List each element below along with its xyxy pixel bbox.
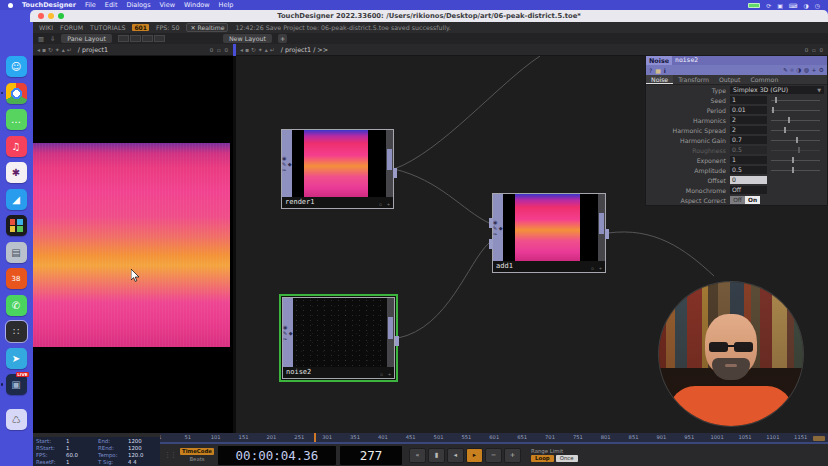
add1-input2-connector[interactable]: [489, 239, 493, 249]
gear-icon[interactable]: ⚙: [819, 67, 824, 74]
dots-icon[interactable]: ◍: [804, 67, 809, 74]
param-slider[interactable]: [771, 96, 820, 104]
color-grid-app-icon[interactable]: [6, 215, 27, 236]
window-app-icon[interactable]: ▤: [6, 242, 27, 263]
node-add1[interactable]: ◉ ✎ ◆ ✑ add1 ▫ +: [492, 193, 606, 273]
beats-mode-label[interactable]: Beats: [180, 456, 214, 462]
loop-option[interactable]: Loop: [531, 455, 554, 462]
transport-grip-icon[interactable]: ⋮⋮: [164, 451, 176, 459]
folder-icon[interactable]: ▦: [655, 67, 661, 74]
play-forward-button[interactable]: ▸: [466, 448, 483, 463]
music-icon[interactable]: ♫: [6, 136, 27, 157]
node-scroll-strip[interactable]: [386, 130, 393, 197]
clock-icon[interactable]: ◷: [815, 2, 820, 9]
timeline-ruler[interactable]: 1511011512012513013514014515015516016517…: [160, 433, 828, 444]
viewer-pane-mini-buttons[interactable]: 0 ▫ 0: [210, 47, 229, 53]
menu-item-view[interactable]: View: [160, 0, 175, 10]
param-value-field[interactable]: 0: [730, 176, 767, 184]
node-corner-flags[interactable]: ▫ +: [591, 263, 603, 274]
param-slider[interactable]: [771, 166, 820, 174]
param-slider[interactable]: [771, 116, 820, 124]
node-scroll-strip[interactable]: [598, 194, 605, 261]
touchdesigner-icon[interactable]: ∷: [6, 321, 27, 342]
pause-button[interactable]: ▮: [428, 448, 445, 463]
param-value-field[interactable]: 0.7: [730, 136, 767, 144]
param-value-field[interactable]: 1: [730, 96, 767, 104]
timeline-field-value[interactable]: 1: [66, 445, 98, 451]
pane-layout-button[interactable]: Pane Layout: [61, 34, 112, 43]
top-viewer-pane[interactable]: [33, 56, 233, 433]
plus-icon[interactable]: +: [811, 67, 816, 74]
performance-badge[interactable]: 601: [132, 24, 149, 31]
noise2-output-connector[interactable]: [395, 336, 399, 346]
display-icon[interactable]: ▣: [777, 2, 783, 9]
finder-icon[interactable]: ☺: [6, 56, 27, 77]
menu-item-dialogs[interactable]: Dialogs: [126, 0, 150, 10]
param-value-field[interactable]: 2: [730, 126, 767, 134]
node-flag-strip[interactable]: ◉ ✎ ◆ ✑: [493, 194, 503, 261]
pencil-icon[interactable]: ✎: [783, 67, 788, 74]
keyboard-icon[interactable]: ⌨: [789, 2, 798, 9]
timeline-field-value[interactable]: 120.0: [128, 452, 161, 458]
link-wiki[interactable]: WIKI: [39, 24, 53, 31]
timeline-field-value[interactable]: 1: [66, 459, 98, 465]
timeline-field-value[interactable]: 1200: [128, 438, 161, 444]
apple-menu-icon[interactable]: [8, 3, 13, 8]
rotate-icon[interactable]: ⟳: [766, 2, 771, 9]
step-forward-button[interactable]: +: [504, 448, 521, 463]
timeline-field-value[interactable]: 1: [66, 438, 98, 444]
node-corner-flags[interactable]: ▫ +: [380, 369, 392, 380]
add-layout-button[interactable]: +: [278, 34, 287, 43]
jump-start-button[interactable]: «: [409, 448, 426, 463]
param-tab-noise[interactable]: Noise: [646, 75, 673, 84]
half-circle-icon[interactable]: ◑: [796, 67, 801, 74]
network-pane-path[interactable]: / project1 / >>: [281, 46, 328, 54]
param-value-field[interactable]: 0.5: [730, 166, 767, 174]
node-noise2[interactable]: ◉ ✎ ◆ ✑ noise2 ▫ +: [282, 297, 395, 379]
chrome-icon[interactable]: [6, 83, 27, 104]
op-name-field[interactable]: noise2: [672, 56, 827, 65]
add1-input1-connector[interactable]: [489, 218, 493, 228]
param-value-field[interactable]: 0.5: [730, 146, 767, 154]
param-value-field[interactable]: 1: [730, 156, 767, 164]
render1-output-connector[interactable]: [393, 168, 397, 178]
timeline-field-value[interactable]: 1200: [128, 445, 161, 451]
orange-38-app-icon[interactable]: 38: [6, 268, 27, 289]
viewer-pane-tools[interactable]: ◂ ▪ ↻ ✦ ▴ ↵: [37, 46, 72, 53]
network-pane-mini-buttons[interactable]: 0 ▫ 0: [805, 47, 824, 53]
param-slider[interactable]: [771, 146, 820, 154]
param-value-field[interactable]: Off: [730, 186, 767, 194]
whatsapp-icon[interactable]: ✆: [6, 295, 27, 316]
network-pane-tools[interactable]: ◂ ▪ ↻ ✦ ▴ ↵: [240, 46, 275, 53]
ruler-end-handle[interactable]: [813, 436, 825, 441]
realtime-toggle[interactable]: ✕ Realtime: [186, 23, 228, 32]
param-value-field[interactable]: 2: [730, 116, 767, 124]
node-scroll-strip[interactable]: [387, 298, 394, 367]
link-tutorials[interactable]: TUTORIALS: [90, 24, 125, 31]
viewer-pane-path[interactable]: / project1: [78, 46, 108, 54]
param-tab-transform[interactable]: Transform: [673, 75, 714, 84]
param-tab-output[interactable]: Output: [714, 75, 746, 84]
telegram-icon[interactable]: ➤: [6, 348, 27, 369]
node-flag-strip[interactable]: ◉ ✎ ◆ ✑: [283, 298, 293, 367]
download-icon[interactable]: ⇩: [50, 35, 55, 42]
param-slider[interactable]: [771, 136, 820, 144]
slack-icon[interactable]: ✱: [6, 162, 27, 183]
node-flag-strip[interactable]: ◉ ✎ ◆ ✑: [282, 130, 292, 197]
frame-counter[interactable]: 277: [340, 446, 402, 465]
timecode-mode-badge[interactable]: TimeCode: [180, 448, 214, 455]
link-icon[interactable]: ⌾: [790, 67, 793, 74]
help-icon[interactable]: ?: [649, 67, 652, 74]
grid-layout-icon[interactable]: ▥: [38, 35, 44, 42]
vscode-icon[interactable]: ◢: [6, 189, 27, 210]
messages-icon[interactable]: …: [6, 109, 27, 130]
node-name-label[interactable]: add1 ▫ +: [493, 261, 605, 272]
node-render1[interactable]: ◉ ✎ ◆ ✑ render1 ▫ +: [281, 129, 394, 209]
menu-item-file[interactable]: File: [85, 0, 96, 10]
step-back-button[interactable]: −: [485, 448, 502, 463]
new-layout-button[interactable]: New Layout: [223, 34, 272, 43]
play-reverse-button[interactable]: ◂: [447, 448, 464, 463]
once-option[interactable]: Once: [556, 455, 578, 462]
webcam-overlay[interactable]: [659, 282, 803, 426]
layout-presets[interactable]: [118, 35, 165, 42]
